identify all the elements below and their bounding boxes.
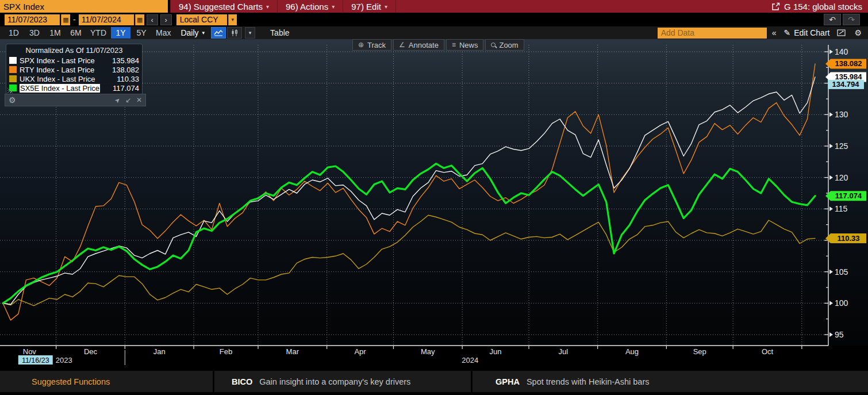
period-ytd[interactable]: YTD: [87, 27, 110, 39]
right-toolbar-group: « ✎ Edit Chart ⚙: [658, 27, 868, 39]
legend-item-spx[interactable]: SPX Index - Last Price 135.984: [9, 56, 139, 65]
menu-label: 96) Actions: [286, 2, 328, 11]
function-code: BICO: [232, 377, 252, 386]
track-label: Track: [367, 41, 386, 49]
minimize-icon[interactable]: ↙: [125, 96, 131, 104]
redo-button[interactable]: ↷: [843, 14, 860, 25]
bloomberg-chart-screen: 95100105110115120125130135140NovDecJanFe…: [0, 0, 868, 395]
track-button[interactable]: ⊕ Track: [352, 39, 391, 51]
suggestion-gpha[interactable]: GPHA Spot trends with Heikin-Ashi bars: [473, 371, 868, 392]
svg-text:Feb: Feb: [220, 347, 232, 356]
prev-period-button[interactable]: ‹: [147, 14, 158, 25]
table-button[interactable]: Table: [263, 28, 296, 37]
period-max[interactable]: Max: [152, 27, 174, 39]
period-3d[interactable]: 3D: [25, 27, 44, 39]
legend-value: 110.33: [117, 75, 139, 83]
menu-actions[interactable]: 96) Actions ▾: [278, 0, 343, 13]
title-bar: SPX Index 94) Suggested Charts ▾ 96) Act…: [0, 0, 868, 13]
svg-text:Jun: Jun: [490, 347, 502, 356]
svg-text:Mar: Mar: [286, 347, 299, 356]
svg-text:2023: 2023: [56, 356, 72, 365]
chart-toolbar: 1D 3D 1M 6M YTD 1Y 5Y Max Daily ▾ ▾ Tabl: [0, 26, 868, 39]
add-data-input[interactable]: [658, 28, 767, 39]
svg-text:May: May: [421, 347, 435, 356]
legend-label: UKX Index - Last Price: [20, 75, 95, 83]
close-icon[interactable]: ✕: [136, 96, 142, 104]
date-from-field[interactable]: 11/07/2023: [5, 14, 60, 25]
menu-bar: 94) Suggested Charts ▾ 96) Actions ▾ 97)…: [170, 0, 868, 13]
candle-chart-type-button[interactable]: [227, 27, 242, 39]
caret-down-icon: ▾: [266, 3, 269, 10]
caret-down-icon: ▾: [385, 3, 387, 10]
ukx-color-swatch: [9, 75, 17, 82]
ticker-input[interactable]: SPX Index: [0, 0, 170, 13]
menu-edit[interactable]: 97) Edit ▾: [343, 0, 396, 13]
period-5y[interactable]: 5Y: [132, 27, 151, 39]
period-1d[interactable]: 1D: [4, 27, 24, 39]
suggested-functions-bar: Suggested Functions BICO Gain insight in…: [0, 371, 868, 392]
chart-tools-bar: ⊕ Track ∠ Annotate ≡ News Zoom: [352, 39, 524, 51]
page-link[interactable]: G 154: global stocks: [771, 2, 868, 11]
gear-icon[interactable]: ⚙: [9, 95, 16, 105]
legend-resize-handle[interactable]: [7, 88, 13, 93]
chart-legend[interactable]: Normalized As Of 11/07/2023 SPX Index - …: [6, 44, 143, 95]
legend-title: Normalized As Of 11/07/2023: [9, 45, 139, 56]
candlestick-icon: [231, 29, 239, 37]
svg-text:Dec: Dec: [84, 347, 98, 356]
frequency-select[interactable]: Daily ▾: [175, 28, 210, 37]
legend-item-ukx[interactable]: UKX Index - Last Price 110.33: [9, 74, 139, 83]
calendar-icon[interactable]: ▦: [135, 14, 144, 25]
svg-text:2024: 2024: [462, 356, 478, 365]
legend-value: 138.082: [112, 66, 139, 74]
news-label: News: [459, 41, 478, 49]
chart-edit-icon: [837, 29, 846, 37]
pin-icon[interactable]: ➤: [113, 95, 122, 105]
annotate-icon: ∠: [399, 41, 405, 49]
undo-redo-group: ↶ ↷: [824, 14, 868, 25]
legend-label: RTY Index - Last Price: [20, 66, 94, 74]
caret-down-icon[interactable]: ▾: [228, 14, 237, 25]
menu-suggested-charts[interactable]: 94) Suggested Charts ▾: [170, 0, 278, 13]
legend-item-sx5e-selected[interactable]: SX5E Index - Last Price 117.074: [9, 83, 139, 93]
date-separator: -: [71, 15, 78, 24]
period-1y-selected[interactable]: 1Y: [111, 27, 130, 39]
line-chart-type-button[interactable]: [211, 27, 226, 39]
zoom-icon: [491, 43, 496, 47]
heading-label: Suggested Functions: [32, 377, 110, 386]
caret-down-icon: ▾: [202, 30, 205, 36]
function-desc: Gain insight into a company's key driver…: [259, 377, 410, 386]
next-period-button[interactable]: ›: [160, 14, 172, 25]
edit-chart-button[interactable]: ✎ Edit Chart: [781, 28, 832, 37]
collapse-panel-button[interactable]: «: [769, 27, 779, 39]
zoom-label: Zoom: [499, 41, 518, 49]
spx-color-swatch: [9, 57, 17, 64]
svg-text:11/16/23: 11/16/23: [22, 356, 49, 365]
chart-type-dropdown[interactable]: ▾: [245, 27, 255, 39]
news-button[interactable]: ≡ News: [446, 39, 484, 51]
legend-footer: ⚙ ➤ ↙ ✕: [5, 94, 146, 106]
currency-select[interactable]: Local CCY: [176, 14, 227, 25]
frequency-label: Daily: [180, 28, 198, 37]
gear-icon[interactable]: ⚙: [851, 27, 865, 39]
legend-item-rty[interactable]: RTY Index - Last Price 138.082: [9, 65, 139, 74]
date-to-field[interactable]: 11/07/2024: [79, 14, 134, 25]
undo-button[interactable]: ↶: [824, 14, 841, 25]
svg-text:Sep: Sep: [693, 347, 706, 356]
export-icon: [771, 2, 780, 11]
annotate-label: Annotate: [409, 41, 439, 49]
function-desc: Spot trends with Heikin-Ashi bars: [527, 377, 650, 386]
suggestion-bico[interactable]: BICO Gain insight into a company's key d…: [214, 371, 471, 392]
annotate-button[interactable]: ∠ Annotate: [393, 39, 444, 51]
period-1m[interactable]: 1M: [45, 27, 65, 39]
svg-text:Nov: Nov: [23, 347, 37, 356]
legend-label: SPX Index - Last Price: [20, 56, 95, 65]
svg-text:Jan: Jan: [153, 347, 166, 356]
news-icon: ≡: [452, 41, 456, 49]
svg-text:Apr: Apr: [354, 347, 366, 356]
edit-chart-label: Edit Chart: [794, 28, 829, 37]
calendar-icon[interactable]: ▦: [61, 14, 70, 25]
chart-settings-button[interactable]: [834, 27, 849, 39]
zoom-button[interactable]: Zoom: [485, 39, 524, 51]
function-code: GPHA: [496, 377, 520, 386]
period-6m[interactable]: 6M: [66, 27, 86, 39]
